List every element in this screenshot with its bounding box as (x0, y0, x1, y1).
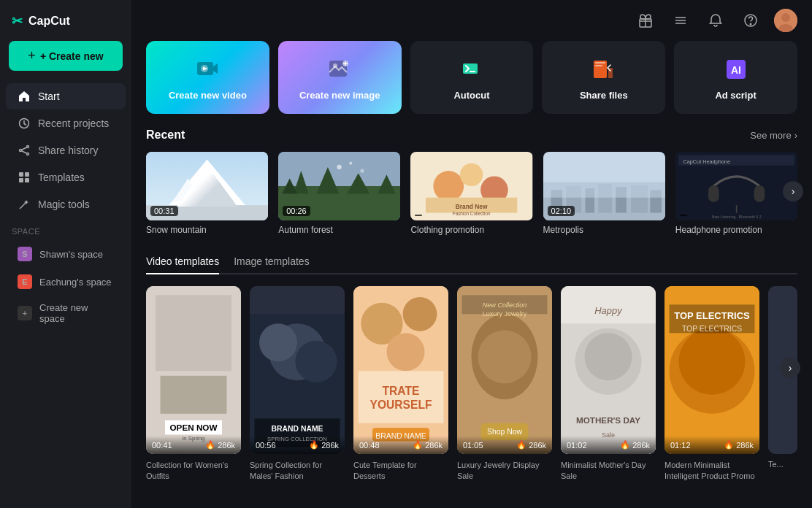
tpl-duration-4: 01:02 (567, 441, 587, 450)
svg-point-90 (403, 297, 437, 331)
template-item-4[interactable]: Happy MOTHER'S DAY Sale 01:02 🔥 286k (561, 286, 656, 454)
template-item-0[interactable]: OPEN NOW in Spring 00:41 🔥 286k (146, 286, 241, 454)
template-item-2[interactable]: TRATE YOURSELF BRAND NAME 00:48 🔥 286k (353, 286, 448, 454)
sidebar-item-recent-label: Recent projects (38, 118, 109, 129)
sidebar-item-templates[interactable]: Templates (6, 164, 126, 190)
template-overlay-4: 01:02 🔥 286k (561, 436, 656, 454)
template-item-3[interactable]: New Collection Luxury Jewelry Shop Now 0… (457, 286, 552, 454)
ad-script-card[interactable]: AI Ad script (674, 41, 797, 114)
svg-rect-66 (543, 182, 665, 198)
svg-point-52 (460, 163, 483, 186)
fire-icon-4: 🔥 (620, 440, 630, 450)
svg-rect-76 (161, 376, 227, 414)
create-new-label: + Create new (40, 50, 104, 62)
home-icon (18, 90, 31, 103)
recent-item-1[interactable]: 00:26 Autumn forest (278, 152, 400, 235)
autocut-card[interactable]: Autocut (410, 41, 534, 114)
autocut-icon (457, 55, 486, 84)
template-overlay-3: 01:05 🔥 286k (457, 436, 552, 454)
svg-point-47 (337, 165, 342, 169)
template-overlay-1: 00:56 🔥 286k (250, 436, 345, 454)
svg-point-114 (679, 328, 746, 395)
recent-thumb-1: 00:26 (278, 152, 400, 220)
tpl-likes-4: 🔥 286k (620, 440, 650, 450)
see-more-button[interactable]: See more › (750, 130, 797, 141)
share-files-card[interactable]: Share files (542, 41, 665, 114)
shawn-avatar: S (18, 247, 32, 261)
clock-icon (18, 117, 31, 130)
svg-point-18 (750, 23, 751, 25)
tab-video-templates[interactable]: Video templates (146, 250, 219, 274)
svg-rect-6 (19, 172, 23, 177)
svg-point-20 (781, 13, 790, 22)
sidebar-item-magic-tools-label: Magic tools (38, 199, 90, 210)
tpl-likes-0: 🔥 286k (205, 440, 235, 450)
svg-line-10 (20, 202, 26, 209)
recent-time-0: 00:31 (150, 206, 178, 216)
create-image-card[interactable]: Create new image (278, 41, 402, 114)
help-icon[interactable] (739, 9, 762, 32)
svg-point-2 (20, 150, 22, 152)
fire-icon-2: 🔥 (413, 440, 423, 450)
svg-point-3 (27, 153, 29, 155)
wand-icon (18, 198, 31, 211)
sidebar-item-recent[interactable]: Recent projects (6, 110, 126, 136)
template-item-5[interactable]: TOP ELECTRICS TOP ELECTRICS 01:12 🔥 286k (664, 286, 759, 454)
recent-time-4 (680, 215, 687, 216)
create-video-card[interactable]: Create new video (146, 41, 269, 114)
tpl-name-4: Minimalist Mother's Day Sale (561, 460, 656, 482)
recent-item-0[interactable]: 00:31 Snow mountain (146, 152, 268, 235)
sidebar-item-share-history[interactable]: Share history (6, 137, 126, 163)
sidebar-item-start[interactable]: Start (6, 83, 126, 109)
ad-script-icon: AI (721, 55, 751, 84)
tpl-duration-5: 01:12 (670, 441, 691, 450)
recent-name-0: Snow mountain (146, 225, 268, 235)
recent-item-2[interactable]: Brand New Fashion Collection Clothing pr… (410, 152, 532, 235)
tab-image-templates[interactable]: Image templates (234, 250, 310, 274)
svg-rect-7 (25, 172, 29, 177)
fire-icon-0: 🔥 (205, 440, 215, 450)
main-content: Create new video Create new image Autocu… (131, 0, 812, 508)
recent-thumb-2: Brand New Fashion Collection (410, 152, 532, 220)
tpl-name-2: Cute Template for Desserts (353, 460, 448, 482)
recent-scroll-right[interactable]: › (783, 181, 803, 201)
svg-text:OPEN NOW: OPEN NOW (170, 423, 218, 432)
user-avatar[interactable] (774, 9, 797, 32)
space-item-eachung[interactable]: E Eachung's space (6, 269, 126, 295)
gift-icon[interactable] (634, 9, 657, 32)
template-scroll-right[interactable]: › (780, 358, 800, 378)
recent-item-3[interactable]: 02:10 Metropolis (543, 152, 665, 235)
shawn-space-label: Shawn's space (39, 249, 103, 260)
clothing-thumbnail: Brand New Fashion Collection (410, 152, 532, 220)
svg-text:TOP ELECTRICS: TOP ELECTRICS (674, 310, 750, 321)
eachung-space-label: Eachung's space (39, 277, 112, 288)
recent-item-4[interactable]: CapCut Headphone New Listening · Bluetoo… (675, 152, 797, 235)
svg-text:Happy: Happy (594, 305, 623, 316)
create-new-button[interactable]: + + Create new (9, 41, 123, 71)
autocut-label: Autocut (453, 90, 489, 101)
space-item-create-new[interactable]: + Create new space (6, 296, 126, 330)
template-names-row: Collection for Women's Outfits Spring Co… (146, 460, 797, 482)
space-item-shawn[interactable]: S Shawn's space (6, 241, 126, 267)
bell-icon[interactable] (704, 9, 727, 32)
template-item-1[interactable]: BRAND NAME SPRING COLLECTION 00:56 🔥 286… (250, 286, 345, 454)
share-icon (18, 144, 31, 157)
template-tabs: Video templates Image templates (146, 250, 797, 274)
sidebar-item-magic-tools[interactable]: Magic tools (6, 191, 126, 218)
templates-section: Video templates Image templates OPEN NOW… (131, 250, 812, 497)
list-icon[interactable] (669, 9, 692, 32)
headphone-thumbnail: CapCut Headphone New Listening · Bluetoo… (675, 152, 797, 220)
svg-point-84 (295, 341, 337, 382)
template-overlay-5: 01:12 🔥 286k (664, 436, 759, 454)
svg-text:CapCut Headphone: CapCut Headphone (683, 158, 730, 165)
recent-thumb-0: 00:31 (146, 152, 268, 220)
eachung-avatar: E (18, 274, 32, 289)
template-grid: OPEN NOW in Spring 00:41 🔥 286k (146, 286, 797, 454)
tpl-duration-2: 00:48 (359, 441, 380, 450)
sidebar-item-templates-label: Templates (38, 172, 85, 183)
svg-line-5 (22, 151, 27, 153)
create-image-icon (325, 55, 354, 84)
plus-icon: + (28, 48, 36, 64)
tpl-likes-3: 🔥 286k (516, 440, 546, 450)
tpl-likes-5: 🔥 286k (724, 440, 754, 450)
